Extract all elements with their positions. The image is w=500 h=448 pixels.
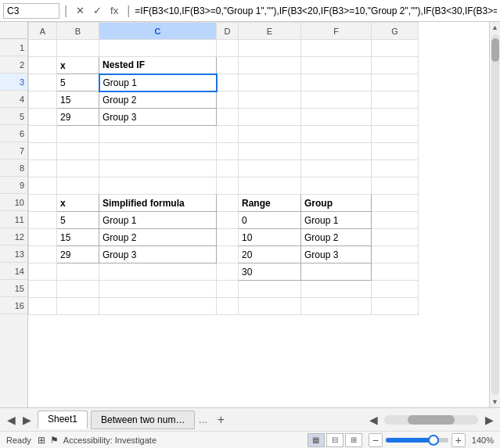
- cell-b3[interactable]: 5: [57, 74, 99, 91]
- cell-e10[interactable]: Range: [239, 195, 301, 212]
- cell-e3[interactable]: [239, 74, 301, 91]
- cell-g10[interactable]: [372, 195, 419, 212]
- cell-a11[interactable]: [29, 212, 57, 229]
- tab-prev-button[interactable]: ◀: [3, 412, 19, 428]
- zoom-out-button[interactable]: −: [369, 433, 383, 447]
- add-sheet-button[interactable]: +: [212, 411, 229, 428]
- cell-f13[interactable]: Group 3: [301, 246, 372, 263]
- cell-g3[interactable]: [372, 74, 419, 91]
- cell-b8[interactable]: [57, 160, 99, 177]
- cell-c8[interactable]: [99, 160, 217, 177]
- cell-d12[interactable]: [217, 229, 239, 246]
- accessibility-text[interactable]: Accessibility: Investigate: [63, 435, 156, 445]
- page-layout-button[interactable]: ⊟: [326, 433, 344, 447]
- cell-e4[interactable]: [239, 91, 301, 109]
- cell-f11[interactable]: Group 1: [301, 212, 372, 229]
- cell-g16[interactable]: [372, 298, 419, 315]
- cell-a14[interactable]: [29, 263, 57, 281]
- cell-d16[interactable]: [217, 298, 239, 315]
- vscroll-track[interactable]: [491, 34, 499, 395]
- cell-b10[interactable]: x: [57, 195, 99, 212]
- cell-g5[interactable]: [372, 109, 419, 126]
- cell-d11[interactable]: [217, 212, 239, 229]
- cell-f12[interactable]: Group 2: [301, 229, 372, 246]
- scroll-left-button[interactable]: ◀: [365, 412, 381, 428]
- cell-b6[interactable]: [57, 126, 99, 143]
- cell-d7[interactable]: [217, 143, 239, 160]
- cell-g4[interactable]: [372, 91, 419, 109]
- cell-c11[interactable]: Group 1: [99, 212, 217, 229]
- cell-b9[interactable]: [57, 177, 99, 195]
- scroll-right-button[interactable]: ▶: [481, 412, 497, 428]
- cell-e7[interactable]: [239, 143, 301, 160]
- function-icon[interactable]: fx: [106, 3, 122, 19]
- cell-f14[interactable]: [301, 263, 372, 281]
- cell-c6[interactable]: [99, 126, 217, 143]
- cell-e9[interactable]: [239, 177, 301, 195]
- cell-b11[interactable]: 5: [57, 212, 99, 229]
- col-header-e[interactable]: E: [239, 23, 301, 40]
- cell-f8[interactable]: [301, 160, 372, 177]
- cell-g8[interactable]: [372, 160, 419, 177]
- cell-g15[interactable]: [372, 281, 419, 298]
- col-header-b[interactable]: B: [57, 23, 99, 40]
- cell-d8[interactable]: [217, 160, 239, 177]
- cell-reference-box[interactable]: C3: [3, 3, 59, 19]
- cell-e6[interactable]: [239, 126, 301, 143]
- zoom-slider-track[interactable]: [386, 438, 448, 443]
- cell-a3[interactable]: [29, 74, 57, 91]
- cell-g7[interactable]: [372, 143, 419, 160]
- cell-c10[interactable]: Simplified formula: [99, 195, 217, 212]
- cell-d13[interactable]: [217, 246, 239, 263]
- cell-a12[interactable]: [29, 229, 57, 246]
- cell-f7[interactable]: [301, 143, 372, 160]
- cell-f10[interactable]: Group: [301, 195, 372, 212]
- cell-b7[interactable]: [57, 143, 99, 160]
- cell-g14[interactable]: [372, 263, 419, 281]
- col-header-d[interactable]: D: [217, 23, 239, 40]
- cell-f6[interactable]: [301, 126, 372, 143]
- cell-b1[interactable]: [57, 40, 99, 57]
- cell-a2[interactable]: [29, 57, 57, 74]
- cell-e5[interactable]: [239, 109, 301, 126]
- horizontal-scroll-thumb[interactable]: [408, 415, 455, 425]
- cell-b14[interactable]: [57, 263, 99, 281]
- cell-a6[interactable]: [29, 126, 57, 143]
- cell-g12[interactable]: [372, 229, 419, 246]
- cell-g11[interactable]: [372, 212, 419, 229]
- cancel-icon[interactable]: ✕: [72, 3, 88, 19]
- vscroll-thumb[interactable]: [491, 38, 499, 62]
- cell-e2[interactable]: [239, 57, 301, 74]
- cell-d14[interactable]: [217, 263, 239, 281]
- cell-b13[interactable]: 29: [57, 246, 99, 263]
- cell-a13[interactable]: [29, 246, 57, 263]
- cell-c7[interactable]: [99, 143, 217, 160]
- cell-c15[interactable]: [99, 281, 217, 298]
- tab-more-options[interactable]: …: [198, 414, 207, 425]
- cell-f9[interactable]: [301, 177, 372, 195]
- cell-e15[interactable]: [239, 281, 301, 298]
- cell-d15[interactable]: [217, 281, 239, 298]
- cell-f2[interactable]: [301, 57, 372, 74]
- scroll-down-arrow[interactable]: ▼: [490, 396, 501, 407]
- cell-b16[interactable]: [57, 298, 99, 315]
- col-header-f[interactable]: F: [301, 23, 372, 40]
- cell-c12[interactable]: Group 2: [99, 229, 217, 246]
- cell-a7[interactable]: [29, 143, 57, 160]
- sheet-tab-sheet1[interactable]: Sheet1: [38, 410, 88, 429]
- cell-e1[interactable]: [239, 40, 301, 57]
- cell-a5[interactable]: [29, 109, 57, 126]
- cell-d4[interactable]: [217, 91, 239, 109]
- sheet-tab-between[interactable]: Between two num…: [91, 410, 195, 429]
- cell-d6[interactable]: [217, 126, 239, 143]
- scroll-up-arrow[interactable]: ▲: [490, 22, 501, 33]
- cell-a10[interactable]: [29, 195, 57, 212]
- cell-d3[interactable]: [217, 74, 239, 91]
- cell-g9[interactable]: [372, 177, 419, 195]
- cell-d10[interactable]: [217, 195, 239, 212]
- cell-g13[interactable]: [372, 246, 419, 263]
- tab-next-button[interactable]: ▶: [19, 412, 34, 428]
- normal-view-button[interactable]: ▦: [308, 433, 325, 447]
- col-header-c[interactable]: C: [99, 23, 217, 40]
- cell-b15[interactable]: [57, 281, 99, 298]
